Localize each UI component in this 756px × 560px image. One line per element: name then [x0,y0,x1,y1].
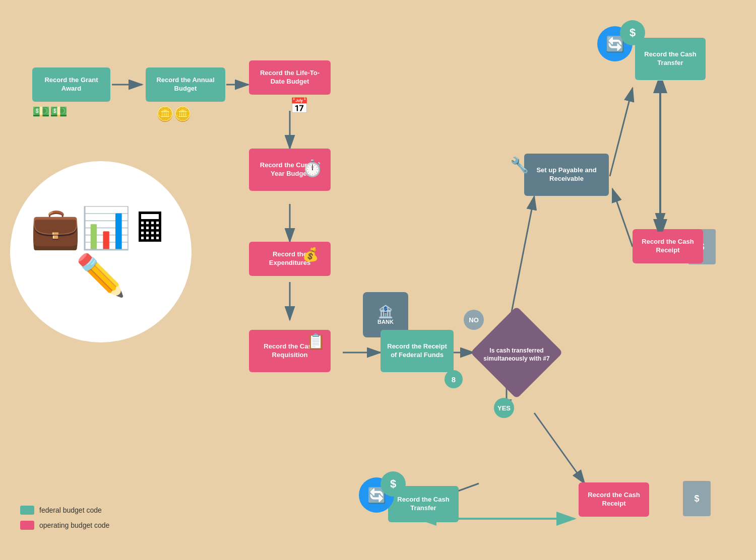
record-cash-receipt-bot-box: Record the Cash Receipt [579,482,649,517]
legend-federal: federal budget code [20,506,109,515]
document-icon: 📋 [306,332,325,350]
yes-label: YES [494,398,514,418]
svg-line-12 [509,196,534,325]
cash-stack-icon: 💰 [302,247,319,262]
svg-line-15 [612,189,633,247]
double-arrow-vertical [653,81,668,232]
coins-icon: 🪙🪙 [156,106,192,122]
record-receipt-federal-box: Record the Receipt of Federal Funds [381,330,454,372]
setup-payable-box: Set up Payable and Receivable [524,154,609,196]
record-cash-transfer-top-box: Record the Cash Transfer [635,38,706,80]
decision-text: Is cash transferred simultaneously with … [479,322,554,388]
stopwatch-icon: ⏱️ [302,159,323,178]
record-grant-award-box: Record the Grant Award [32,67,110,102]
money-icon: 💵💵 [32,103,68,120]
dollar-icon-top: $ [620,20,645,45]
svg-line-19 [534,413,585,483]
flowchart-container: 💼📊🖩✏️ Record the Grant Award 💵💵 Record t… [0,0,756,560]
svg-line-13 [610,88,633,176]
dollar-icon-bottom: $ [381,471,406,497]
record-life-to-date-box: Record the Life-To-Date Budget [249,60,331,95]
legend-operating: operating budget code [20,521,109,530]
record-annual-budget-box: Record the Annual Budget [146,67,225,102]
life-to-date-label: Record the Life-To-Date Budget [253,69,327,86]
receipt-icon-bottom: $ [683,481,711,516]
calendar-icon: 📅 [290,97,308,114]
record-cash-receipt-top-box: Record the Cash Receipt [633,229,703,263]
legend-federal-box [20,506,34,515]
no-label: NO [464,310,484,330]
wrench-icon: 🔧 [510,156,529,174]
step-8-circle: 8 [445,370,463,388]
illustration-icon: 💼📊🖩✏️ [10,204,192,299]
illustration-circle: 💼📊🖩✏️ [10,161,192,342]
legend-operating-box [20,521,34,530]
legend: federal budget code operating budget cod… [20,506,109,530]
